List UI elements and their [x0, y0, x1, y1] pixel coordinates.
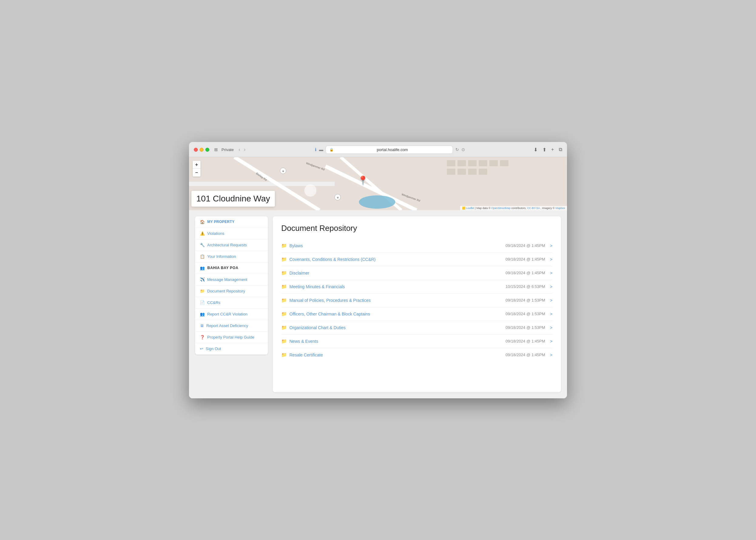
page-title: Document Repository	[281, 223, 553, 233]
zoom-out-button[interactable]: −	[192, 169, 200, 177]
document-name: 📁 Manual of Policies, Procedures & Pract…	[281, 298, 491, 303]
document-row[interactable]: 📁 Meeting Minutes & Financials 10/15/202…	[281, 280, 553, 294]
chevron-right-icon: >	[550, 284, 553, 289]
sidebar-label-sign-out: Sign Out	[206, 346, 221, 351]
sidebar-item-help-guide[interactable]: ❓ Property Portal Help Guide	[195, 332, 268, 343]
leaflet-link[interactable]: Leaflet	[466, 206, 474, 209]
sidebar-label-help-guide: Property Portal Help Guide	[207, 335, 254, 339]
home-icon: 🏠	[200, 220, 205, 224]
document-date: 09/18/2024 @ 1:45PM	[491, 352, 545, 357]
chevron-right-icon: >	[550, 339, 553, 344]
folder-icon: 📁	[281, 243, 287, 248]
folder-icon: 📁	[281, 284, 287, 289]
svg-rect-16	[468, 169, 477, 175]
chevron-right-icon: >	[550, 325, 553, 330]
document-name: 📁 Disclaimer	[281, 270, 491, 276]
chevron-right-icon: >	[550, 298, 553, 303]
osm-link[interactable]: OpenStreetMap	[491, 206, 511, 209]
folder-icon: 📁	[281, 338, 287, 344]
sidebar-item-ccrs[interactable]: 📄 CC&Rs	[195, 297, 268, 309]
address-bar-container: ℹ ▬ 🔒 portal.hoalife.com ↻ ⊙	[250, 146, 530, 154]
document-date: 09/18/2024 @ 1:45PM	[491, 243, 545, 248]
folder-icon: 📁	[281, 298, 287, 303]
document-name: 📁 News & Events	[281, 338, 491, 344]
reload-button[interactable]: ↻	[455, 147, 459, 152]
sidebar-item-message-mgmt[interactable]: ✈️ Message Management	[195, 274, 268, 286]
svg-rect-8	[447, 160, 455, 166]
document-row[interactable]: 📁 Officers, Other Chairman & Block Capta…	[281, 307, 553, 321]
map-pin: 📍	[358, 175, 368, 185]
info-card-icon: 📋	[200, 254, 205, 259]
browser-window: ⊞ Private ‹ › ℹ ▬ 🔒 portal.hoalife.com ↻…	[189, 142, 567, 398]
new-tab-icon[interactable]: +	[551, 147, 554, 152]
document-row[interactable]: 📁 News & Events 09/18/2024 @ 1:45PM >	[281, 335, 553, 348]
document-row[interactable]: 📁 Covenants, Conditions & Restrictions (…	[281, 253, 553, 266]
sidebar-item-report-asset[interactable]: 🖥 Report Asset Deficiency	[195, 320, 268, 332]
mapbox-link[interactable]: Mapbox	[556, 206, 565, 209]
send-icon: ✈️	[200, 277, 205, 282]
sidebar-item-report-ccr[interactable]: 👥 Report CC&R Violation	[195, 309, 268, 320]
svg-rect-14	[447, 169, 455, 175]
document-name: 📁 Resale Certificate	[281, 352, 491, 358]
page-info-icon[interactable]: ℹ	[315, 147, 316, 152]
svg-rect-11	[479, 160, 487, 166]
property-address: 101 Cloudnine Way	[196, 194, 270, 203]
sidebar-item-your-info[interactable]: 📋 Your Information	[195, 251, 268, 262]
shield-icon[interactable]: ⊙	[461, 147, 465, 152]
forward-button[interactable]: ›	[243, 146, 247, 153]
sidebar-item-arch-requests[interactable]: 🔧 Architectural Requests	[195, 239, 268, 251]
reader-mode-icon[interactable]: ▬	[319, 147, 323, 152]
download-icon[interactable]: ⬇	[534, 147, 538, 153]
document-date: 09/18/2024 @ 1:53PM	[491, 298, 545, 303]
nav-arrows: ‹ ›	[237, 146, 247, 153]
cc-link[interactable]: CC-BY-SA	[527, 206, 540, 209]
document-icon: 📄	[200, 300, 205, 305]
document-name: 📁 Organizational Chart & Duties	[281, 325, 491, 331]
close-button[interactable]	[194, 148, 198, 152]
map-attribution: 🟨 Leaflet | Map data © OpenStreetMap con…	[460, 206, 567, 210]
svg-text:⊕: ⊕	[337, 196, 339, 199]
fullscreen-button[interactable]	[205, 148, 209, 152]
chevron-right-icon: >	[550, 243, 553, 248]
sidebar-label-violations: Violations	[207, 231, 224, 236]
folder-icon: 📁	[200, 289, 205, 293]
sidebar-label-report-ccr: Report CC&R Violation	[207, 312, 248, 317]
document-row[interactable]: 📁 Disclaimer 09/18/2024 @ 1:45PM >	[281, 266, 553, 280]
sidebar-item-doc-repo[interactable]: 📁 Document Repository	[195, 286, 268, 297]
page-content: Windjammer Rd Bishop Rd Windjammer Rd ⊕ …	[189, 157, 567, 398]
document-row[interactable]: 📁 Resale Certificate 09/18/2024 @ 1:45PM…	[281, 348, 553, 362]
svg-rect-10	[468, 160, 477, 166]
back-button[interactable]: ‹	[237, 146, 241, 153]
document-date: 09/18/2024 @ 1:53PM	[491, 325, 545, 330]
monitor-icon: 🖥	[200, 324, 204, 328]
sidebar-label-doc-repo: Document Repository	[207, 289, 245, 293]
folder-icon: 📁	[281, 325, 287, 331]
document-date: 09/18/2024 @ 1:53PM	[491, 312, 545, 316]
map-area: Windjammer Rd Bishop Rd Windjammer Rd ⊕ …	[189, 157, 567, 210]
svg-rect-17	[479, 169, 487, 175]
sidebar-label-ccrs: CC&Rs	[207, 300, 220, 305]
document-date: 10/15/2024 @ 6:53PM	[491, 284, 545, 289]
address-bar[interactable]: 🔒 portal.hoalife.com	[325, 146, 453, 154]
sidebar-item-violations[interactable]: ⚠️ Violations	[195, 228, 268, 239]
svg-point-7	[359, 196, 395, 209]
property-label-box: 101 Cloudnine Way	[191, 191, 275, 206]
minimize-button[interactable]	[199, 148, 203, 152]
zoom-in-button[interactable]: +	[192, 161, 200, 169]
main-content: Document Repository 📁 Bylaws 09/18/2024 …	[273, 216, 561, 392]
chevron-right-icon: >	[550, 257, 553, 262]
sidebar-label-bahia-bay: BAHIA BAY POA	[207, 266, 238, 270]
tabs-icon[interactable]: ⧉	[559, 147, 562, 152]
sidebar-toggle-icon[interactable]: ⊞	[214, 147, 218, 152]
main-layout: 🏠 MY PROPERTY ⚠️ Violations 🔧 Architectu…	[189, 210, 567, 398]
sidebar-item-sign-out[interactable]: ↩ Sign Out	[195, 343, 268, 355]
document-row[interactable]: 📁 Organizational Chart & Duties 09/18/20…	[281, 321, 553, 335]
document-row[interactable]: 📁 Manual of Policies, Procedures & Pract…	[281, 294, 553, 307]
document-row[interactable]: 📁 Bylaws 09/18/2024 @ 1:45PM >	[281, 239, 553, 253]
share-icon[interactable]: ⬆	[543, 147, 546, 153]
sidebar-item-my-property[interactable]: 🏠 MY PROPERTY	[195, 216, 268, 228]
sidebar-label-my-property: MY PROPERTY	[207, 220, 234, 224]
map-controls: + −	[192, 161, 200, 177]
lock-icon: 🔒	[329, 148, 334, 152]
chevron-right-icon: >	[550, 312, 553, 317]
